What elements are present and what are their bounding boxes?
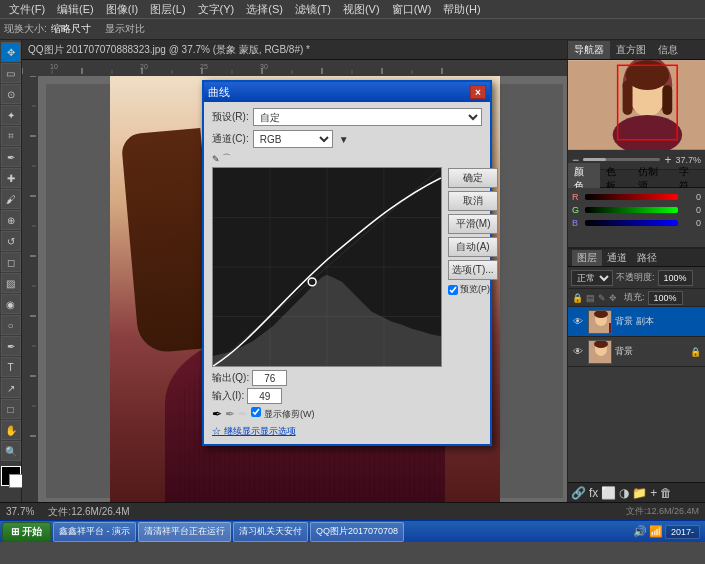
color-b-slider[interactable] bbox=[585, 220, 678, 226]
menu-layer[interactable]: 图层(L) bbox=[145, 1, 190, 18]
layers-new-icon[interactable]: + bbox=[650, 486, 657, 500]
right-panel-tabs: 导航器 直方图 信息 bbox=[568, 40, 705, 60]
curves-smooth-button[interactable]: 平滑(M) bbox=[448, 214, 498, 234]
curves-clipping-checkbox-label: 显示修剪(W) bbox=[251, 407, 315, 421]
curves-eyedropper-black[interactable]: ✒ bbox=[212, 407, 222, 421]
tool-zoom[interactable]: 🔍 bbox=[1, 441, 21, 461]
tray-volume-icon[interactable]: 📶 bbox=[649, 525, 663, 538]
tool-select-rect[interactable]: ▭ bbox=[1, 63, 21, 83]
system-clock[interactable]: 2017- bbox=[665, 525, 700, 539]
tool-eyedropper[interactable]: ✒ bbox=[1, 147, 21, 167]
foreground-color[interactable] bbox=[1, 466, 21, 486]
tool-shape[interactable]: □ bbox=[1, 399, 21, 419]
color-r-slider[interactable] bbox=[585, 194, 678, 200]
tool-wand[interactable]: ✦ bbox=[1, 105, 21, 125]
right-tab-info[interactable]: 信息 bbox=[652, 41, 684, 59]
right-tab-navigator[interactable]: 导航器 bbox=[568, 41, 610, 59]
tool-path[interactable]: ↗ bbox=[1, 378, 21, 398]
tool-history[interactable]: ↺ bbox=[1, 231, 21, 251]
curves-eyedropper-gray[interactable]: ✒ bbox=[225, 407, 235, 421]
curves-preview-label: 预览(P) bbox=[460, 283, 490, 296]
layers-lock-pixels-icon[interactable]: ✎ bbox=[598, 293, 606, 303]
taskbar-item-1[interactable]: 清清祥平台正在运行 bbox=[138, 522, 231, 542]
layer-row-0[interactable]: 👁 背景 副本 bbox=[568, 307, 705, 337]
menu-text[interactable]: 文字(Y) bbox=[193, 1, 240, 18]
layers-group-icon[interactable]: 📁 bbox=[632, 486, 647, 500]
layers-opacity-input[interactable] bbox=[658, 270, 693, 286]
status-extra: 文件:12.6M/26.4M bbox=[626, 505, 699, 518]
menu-filter[interactable]: 滤镜(T) bbox=[290, 1, 336, 18]
options-size-value: 缩略尺寸 bbox=[51, 22, 91, 36]
tool-hand[interactable]: ✋ bbox=[1, 420, 21, 440]
curves-pencil-icon[interactable]: ✎ bbox=[212, 154, 220, 164]
layers-adjustment-icon[interactable]: ◑ bbox=[619, 486, 629, 500]
status-zoom: 37.7% bbox=[6, 506, 34, 517]
layers-tab-layers[interactable]: 图层 bbox=[572, 250, 602, 266]
curves-footnote: ☆ 继续显示显示选项 bbox=[212, 424, 482, 438]
taskbar-item-0[interactable]: 鑫鑫祥平台 - 演示 bbox=[53, 522, 136, 542]
curves-curve-icon[interactable]: ⌒ bbox=[222, 152, 231, 165]
menu-edit[interactable]: 编辑(E) bbox=[52, 1, 99, 18]
curves-preset-select[interactable]: 自定 bbox=[253, 108, 482, 126]
curves-eyedropper-white[interactable]: ✒ bbox=[238, 407, 248, 421]
layers-fill-input[interactable] bbox=[648, 291, 683, 305]
layer-lock-1: 🔒 bbox=[690, 347, 702, 357]
layers-lock-position-icon[interactable]: ✥ bbox=[609, 293, 617, 303]
layers-link-icon[interactable]: 🔗 bbox=[571, 486, 586, 500]
status-doc-info: 文件:12.6M/26.4M bbox=[48, 505, 129, 519]
tool-heal[interactable]: ✚ bbox=[1, 168, 21, 188]
menu-view[interactable]: 视图(V) bbox=[338, 1, 385, 18]
taskbar-item-3[interactable]: QQ图片2017070708 bbox=[310, 522, 404, 542]
taskbar-item-2[interactable]: 清习机关天安付 bbox=[233, 522, 308, 542]
curves-footnote-link[interactable]: ☆ 继续显示显示选项 bbox=[212, 426, 296, 436]
layers-options-bar: 正常 不透明度: bbox=[568, 267, 705, 289]
curves-ok-button[interactable]: 确定 bbox=[448, 168, 498, 188]
layer-visibility-1[interactable]: 👁 bbox=[571, 345, 585, 359]
tray-network-icon[interactable]: 🔊 bbox=[633, 525, 647, 538]
start-button[interactable]: ⊞ 开始 bbox=[2, 522, 51, 542]
layers-mask-icon[interactable]: ⬜ bbox=[601, 486, 616, 500]
layers-blend-mode-select[interactable]: 正常 bbox=[571, 270, 613, 286]
tool-eraser[interactable]: ◻ bbox=[1, 252, 21, 272]
tool-clone[interactable]: ⊕ bbox=[1, 210, 21, 230]
tool-brush[interactable]: 🖌 bbox=[1, 189, 21, 209]
curves-graph[interactable] bbox=[212, 167, 442, 367]
curves-preview-checkbox[interactable] bbox=[448, 285, 458, 295]
svg-rect-54 bbox=[609, 323, 612, 334]
curves-output-input[interactable] bbox=[252, 370, 287, 386]
curves-input-field[interactable] bbox=[247, 388, 282, 404]
menu-image[interactable]: 图像(I) bbox=[101, 1, 143, 18]
tool-dodge[interactable]: ○ bbox=[1, 315, 21, 335]
right-tab-histogram[interactable]: 直方图 bbox=[610, 41, 652, 59]
layers-delete-icon[interactable]: 🗑 bbox=[660, 486, 672, 500]
options-size-label: 现换大小: bbox=[4, 22, 47, 36]
tool-gradient[interactable]: ▨ bbox=[1, 273, 21, 293]
curves-channel-select[interactable]: RGB bbox=[253, 130, 333, 148]
layer-row-1[interactable]: 👁 背景 🔒 bbox=[568, 337, 705, 367]
tool-lasso[interactable]: ⊙ bbox=[1, 84, 21, 104]
color-g-slider[interactable] bbox=[585, 207, 678, 213]
color-panel-tabs: 颜色 色板 仿制源 字符 bbox=[568, 170, 705, 188]
curves-clipping-checkbox[interactable] bbox=[251, 407, 261, 417]
tool-move[interactable]: ✥ bbox=[1, 42, 21, 62]
tool-pen[interactable]: ✒ bbox=[1, 336, 21, 356]
layers-tab-channels[interactable]: 通道 bbox=[602, 250, 632, 266]
curves-cancel-button[interactable]: 取消 bbox=[448, 191, 498, 211]
layer-visibility-0[interactable]: 👁 bbox=[571, 315, 585, 329]
curves-options-button[interactable]: 选项(T)... bbox=[448, 260, 498, 280]
menu-window[interactable]: 窗口(W) bbox=[387, 1, 437, 18]
layers-tab-paths[interactable]: 路径 bbox=[632, 250, 662, 266]
document-title: QQ图片 201707070888323.jpg @ 37.7% (景象 蒙版,… bbox=[28, 43, 310, 57]
tool-type[interactable]: T bbox=[1, 357, 21, 377]
menu-select[interactable]: 选择(S) bbox=[241, 1, 288, 18]
tool-blur[interactable]: ◉ bbox=[1, 294, 21, 314]
tool-crop[interactable]: ⌗ bbox=[1, 126, 21, 146]
menu-file[interactable]: 文件(F) bbox=[4, 1, 50, 18]
zoom-slider-track[interactable] bbox=[583, 158, 660, 161]
layers-lock-all-icon[interactable]: ▤ bbox=[586, 293, 595, 303]
curves-close-button[interactable]: × bbox=[470, 85, 486, 99]
layers-panel: 图层 通道 路径 正常 不透明度: 🔒 ▤ ✎ ✥ 填充: bbox=[568, 248, 705, 502]
layers-fx-icon[interactable]: fx bbox=[589, 486, 598, 500]
menu-help[interactable]: 帮助(H) bbox=[438, 1, 485, 18]
curves-auto-button[interactable]: 自动(A) bbox=[448, 237, 498, 257]
